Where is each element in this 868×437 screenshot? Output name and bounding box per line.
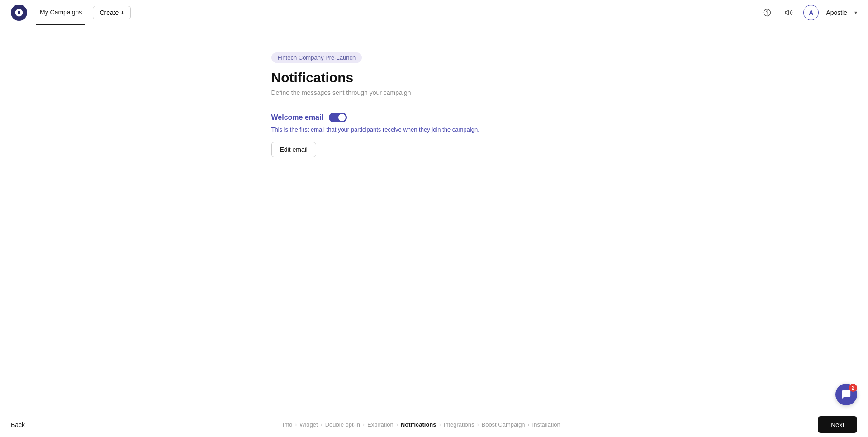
main-content: Fintech Company Pre-Launch Notifications… <box>0 25 868 412</box>
back-button[interactable]: Back <box>11 421 25 428</box>
welcome-email-title: Welcome email <box>271 113 597 122</box>
breadcrumb-boost-campaign: Boost Campaign <box>481 421 525 428</box>
nav-my-campaigns[interactable]: My Campaigns <box>36 0 85 25</box>
edit-email-button[interactable]: Edit email <box>271 142 316 157</box>
app-header: My Campaigns Create + A Apostle ▾ <box>0 0 868 25</box>
breadcrumb-notifications: Notifications <box>401 421 436 428</box>
breadcrumb-info: Info <box>283 421 293 428</box>
next-button[interactable]: Next <box>818 416 857 433</box>
breadcrumb-integrations: Integrations <box>444 421 474 428</box>
chat-bubble[interactable]: 2 <box>835 384 857 405</box>
welcome-email-toggle[interactable] <box>329 113 347 122</box>
campaign-tag: Fintech Company Pre-Launch <box>271 52 362 63</box>
breadcrumb-sep-5: › <box>439 422 441 428</box>
chat-badge: 2 <box>849 384 857 392</box>
breadcrumb-widget: Widget <box>299 421 318 428</box>
page-subtitle: Define the messages sent through your ca… <box>271 89 597 96</box>
svg-marker-2 <box>786 10 789 15</box>
breadcrumb: Info › Widget › Double opt-in › Expirati… <box>25 421 818 428</box>
megaphone-icon[interactable] <box>782 5 796 20</box>
toggle-slider <box>329 113 347 122</box>
breadcrumb-sep-2: › <box>321 422 323 428</box>
description-plain: This is the first email that your <box>271 126 351 133</box>
content-area: Fintech Company Pre-Launch Notifications… <box>253 52 615 157</box>
breadcrumb-sep-6: › <box>477 422 479 428</box>
breadcrumb-expiration: Expiration <box>367 421 394 428</box>
breadcrumb-installation: Installation <box>532 421 560 428</box>
welcome-email-description: This is the first email that your partic… <box>271 126 597 133</box>
chevron-down-icon[interactable]: ▾ <box>854 9 857 16</box>
description-rest: receive when they join the campaign. <box>381 126 479 133</box>
page-title: Notifications <box>271 70 597 85</box>
welcome-email-label: Welcome email <box>271 113 323 122</box>
breadcrumb-double-optin: Double opt-in <box>325 421 360 428</box>
main-nav: My Campaigns <box>36 0 85 25</box>
breadcrumb-sep-1: › <box>295 422 297 428</box>
create-button[interactable]: Create + <box>93 6 131 19</box>
breadcrumb-sep-3: › <box>363 422 365 428</box>
header-right: A Apostle ▾ <box>760 5 857 20</box>
app-logo[interactable] <box>11 5 27 21</box>
description-link: participants <box>351 126 381 133</box>
breadcrumb-sep-7: › <box>528 422 530 428</box>
user-name[interactable]: Apostle <box>826 9 847 16</box>
avatar[interactable]: A <box>803 5 819 20</box>
help-icon[interactable] <box>760 5 774 20</box>
breadcrumb-sep-4: › <box>396 422 398 428</box>
footer: Back Info › Widget › Double opt-in › Exp… <box>0 412 868 437</box>
